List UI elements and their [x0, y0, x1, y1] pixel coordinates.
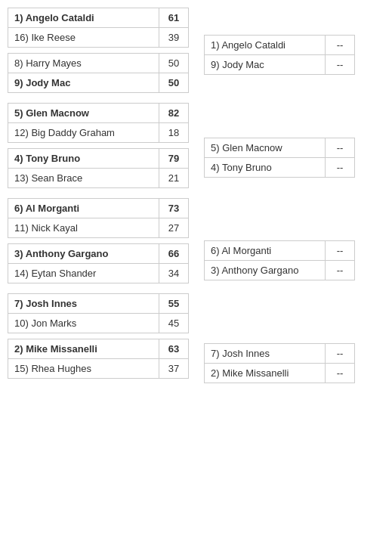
table-row: 5) Glen Macnow -- [204, 138, 355, 158]
team-score: -- [326, 261, 354, 280]
table-row: 9) Jody Mac 50 [8, 73, 189, 93]
r1-group-3: 6) Al Morganti 73 11) Nick Kayal 27 3) A… [8, 198, 189, 283]
team-name: 5) Glen Macnow [205, 138, 326, 157]
table-row: 3) Anthony Gargano 66 [8, 243, 189, 264]
table-row: 7) Josh Innes -- [204, 343, 355, 364]
table-row: 14) Eytan Shander 34 [8, 263, 189, 283]
team-name: 16) Ike Reese [8, 28, 159, 47]
team-name: 6) Al Morganti [205, 241, 326, 260]
team-name: 11) Nick Kayal [8, 218, 159, 237]
table-row: 8) Harry Mayes 50 [8, 53, 189, 73]
team-name: 13) Sean Brace [8, 169, 159, 187]
team-score: -- [326, 36, 354, 54]
team-score: 39 [159, 28, 188, 47]
team-score: 37 [159, 359, 188, 378]
table-row: 6) Al Morganti 73 [8, 198, 189, 218]
team-score: 27 [159, 218, 188, 237]
table-row: 2) Mike Missanelli -- [204, 363, 355, 383]
team-name: 1) Angelo Cataldi [205, 36, 326, 54]
team-name: 4) Tony Bruno [205, 158, 326, 177]
table-row: 13) Sean Brace 21 [8, 168, 189, 188]
r1-group-4: 7) Josh Innes 55 10) Jon Marks 45 2) Mik… [8, 293, 189, 378]
table-row: 9) Jody Mac -- [204, 54, 355, 75]
team-name: 5) Glen Macnow [8, 104, 159, 122]
team-name: 2) Mike Missanelli [8, 339, 159, 358]
team-name: 10) Jon Marks [8, 314, 159, 333]
team-name: 8) Harry Mayes [8, 54, 159, 73]
team-score: 55 [159, 294, 188, 313]
team-score: -- [326, 55, 354, 74]
table-row: 16) Ike Reese 39 [8, 27, 189, 48]
table-row: 11) Nick Kayal 27 [8, 218, 189, 238]
table-row: 2) Mike Missanelli 63 [8, 339, 189, 359]
team-name: 3) Anthony Gargano [8, 244, 159, 263]
round-1: 1) Angelo Cataldi 61 16) Ike Reese 39 8)… [8, 8, 189, 389]
r1-group-2: 5) Glen Macnow 82 12) Big Daddy Graham 1… [8, 103, 189, 187]
team-score: 66 [159, 244, 188, 263]
table-row: 15) Rhea Hughes 37 [8, 358, 189, 379]
round-2: 1) Angelo Cataldi -- 9) Jody Mac -- 5) G… [204, 8, 355, 389]
table-row: 6) Al Morganti -- [204, 240, 355, 261]
team-score: 50 [159, 54, 188, 73]
team-score: 45 [159, 314, 188, 333]
team-name: 15) Rhea Hughes [8, 359, 159, 378]
table-row: 1) Angelo Cataldi 61 [8, 8, 189, 28]
team-score: 34 [159, 264, 188, 283]
team-name: 7) Josh Innes [8, 294, 159, 313]
team-name: 9) Jody Mac [205, 55, 326, 74]
team-score: 79 [159, 149, 188, 168]
team-score: -- [326, 344, 354, 363]
team-name: 6) Al Morganti [8, 199, 159, 218]
table-row: 1) Angelo Cataldi -- [204, 35, 355, 55]
r2-group-2: 5) Glen Macnow -- 4) Tony Bruno -- [204, 138, 355, 177]
bracket: 1) Angelo Cataldi 61 16) Ike Reese 39 8)… [0, 0, 392, 396]
table-row: 3) Anthony Gargano -- [204, 260, 355, 280]
team-name: 7) Josh Innes [205, 344, 326, 363]
team-name: 12) Big Daddy Graham [8, 123, 159, 142]
team-score: -- [326, 241, 354, 260]
team-name: 9) Jody Mac [8, 73, 159, 92]
team-score: 82 [159, 104, 188, 122]
r1-group-1: 1) Angelo Cataldi 61 16) Ike Reese 39 8)… [8, 8, 189, 92]
team-score: -- [326, 364, 354, 383]
table-row: 7) Josh Innes 55 [8, 293, 189, 314]
table-row: 12) Big Daddy Graham 18 [8, 122, 189, 143]
team-score: 61 [159, 8, 188, 27]
table-row: 10) Jon Marks 45 [8, 313, 189, 333]
team-score: 63 [159, 339, 188, 358]
table-row: 5) Glen Macnow 82 [8, 103, 189, 123]
team-score: -- [326, 158, 354, 177]
team-name: 14) Eytan Shander [8, 264, 159, 283]
team-name: 2) Mike Missanelli [205, 364, 326, 383]
team-score: 73 [159, 199, 188, 218]
team-name: 4) Tony Bruno [8, 149, 159, 168]
team-score: 18 [159, 123, 188, 142]
table-row: 4) Tony Bruno -- [204, 157, 355, 178]
r2-group-1: 1) Angelo Cataldi -- 9) Jody Mac -- [204, 35, 355, 74]
team-name: 3) Anthony Gargano [205, 261, 326, 280]
r2-group-4: 7) Josh Innes -- 2) Mike Missanelli -- [204, 343, 355, 383]
team-score: 50 [159, 73, 188, 92]
team-score: -- [326, 138, 354, 157]
team-score: 21 [159, 169, 188, 187]
table-row: 4) Tony Bruno 79 [8, 148, 189, 169]
r2-group-3: 6) Al Morganti -- 3) Anthony Gargano -- [204, 240, 355, 280]
team-name: 1) Angelo Cataldi [8, 8, 159, 27]
